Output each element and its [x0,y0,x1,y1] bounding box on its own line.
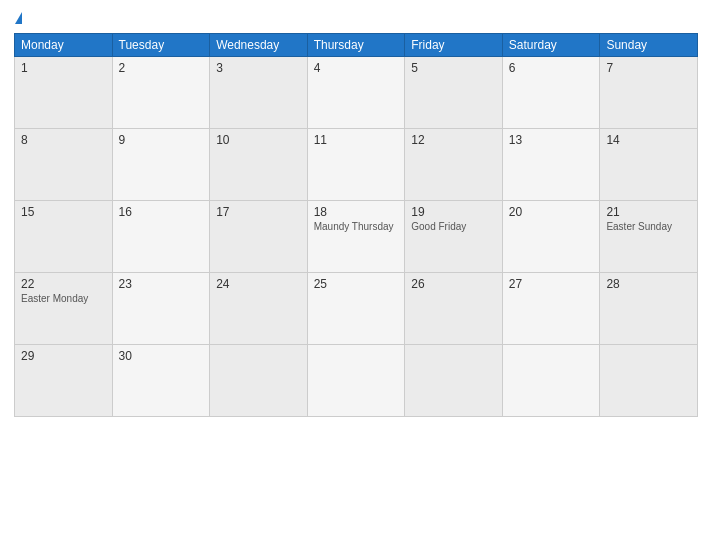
day-number: 28 [606,277,691,291]
day-number: 7 [606,61,691,75]
calendar-day-cell [307,345,405,417]
calendar-day-cell: 26 [405,273,503,345]
calendar-day-cell: 5 [405,57,503,129]
page: MondayTuesdayWednesdayThursdayFridaySatu… [0,0,712,550]
day-number: 2 [119,61,204,75]
calendar-day-cell: 11 [307,129,405,201]
calendar-table: MondayTuesdayWednesdayThursdayFridaySatu… [14,33,698,417]
day-number: 30 [119,349,204,363]
day-number: 8 [21,133,106,147]
weekday-header-friday: Friday [405,34,503,57]
calendar-day-cell: 20 [502,201,600,273]
calendar-week-2: 891011121314 [15,129,698,201]
day-number: 16 [119,205,204,219]
day-number: 27 [509,277,594,291]
calendar-day-cell [600,345,698,417]
weekday-header-row: MondayTuesdayWednesdayThursdayFridaySatu… [15,34,698,57]
day-number: 4 [314,61,399,75]
day-number: 15 [21,205,106,219]
weekday-header-monday: Monday [15,34,113,57]
day-number: 3 [216,61,301,75]
calendar-day-cell: 13 [502,129,600,201]
calendar-day-cell: 30 [112,345,210,417]
weekday-header-tuesday: Tuesday [112,34,210,57]
calendar-day-cell: 22Easter Monday [15,273,113,345]
calendar-day-cell [502,345,600,417]
event-label: Good Friday [411,221,496,232]
day-number: 10 [216,133,301,147]
weekday-header-sunday: Sunday [600,34,698,57]
day-number: 12 [411,133,496,147]
day-number: 18 [314,205,399,219]
calendar-day-cell: 15 [15,201,113,273]
day-number: 6 [509,61,594,75]
calendar-day-cell: 1 [15,57,113,129]
day-number: 25 [314,277,399,291]
calendar-day-cell: 10 [210,129,308,201]
day-number: 9 [119,133,204,147]
calendar-week-1: 1234567 [15,57,698,129]
event-label: Maundy Thursday [314,221,399,232]
calendar-week-3: 15161718Maundy Thursday19Good Friday2021… [15,201,698,273]
calendar-day-cell: 8 [15,129,113,201]
calendar-day-cell: 14 [600,129,698,201]
weekday-header-thursday: Thursday [307,34,405,57]
calendar-day-cell: 18Maundy Thursday [307,201,405,273]
calendar-day-cell: 4 [307,57,405,129]
calendar-day-cell: 28 [600,273,698,345]
calendar-day-cell: 2 [112,57,210,129]
event-label: Easter Monday [21,293,106,304]
header [14,10,698,25]
day-number: 21 [606,205,691,219]
logo-triangle-icon [15,12,22,24]
day-number: 1 [21,61,106,75]
calendar-week-5: 2930 [15,345,698,417]
calendar-day-cell [210,345,308,417]
day-number: 19 [411,205,496,219]
logo [14,10,22,25]
day-number: 5 [411,61,496,75]
calendar-day-cell: 17 [210,201,308,273]
calendar-day-cell: 6 [502,57,600,129]
calendar-day-cell: 7 [600,57,698,129]
day-number: 22 [21,277,106,291]
calendar-day-cell: 19Good Friday [405,201,503,273]
calendar-week-4: 22Easter Monday232425262728 [15,273,698,345]
day-number: 29 [21,349,106,363]
calendar-day-cell: 24 [210,273,308,345]
day-number: 14 [606,133,691,147]
day-number: 23 [119,277,204,291]
calendar-day-cell: 25 [307,273,405,345]
calendar-day-cell: 3 [210,57,308,129]
calendar-day-cell: 9 [112,129,210,201]
weekday-header-wednesday: Wednesday [210,34,308,57]
day-number: 13 [509,133,594,147]
event-label: Easter Sunday [606,221,691,232]
day-number: 20 [509,205,594,219]
calendar-day-cell [405,345,503,417]
day-number: 17 [216,205,301,219]
calendar-day-cell: 23 [112,273,210,345]
calendar-day-cell: 16 [112,201,210,273]
calendar-day-cell: 12 [405,129,503,201]
calendar-day-cell: 27 [502,273,600,345]
day-number: 26 [411,277,496,291]
weekday-header-saturday: Saturday [502,34,600,57]
calendar-day-cell: 21Easter Sunday [600,201,698,273]
day-number: 24 [216,277,301,291]
day-number: 11 [314,133,399,147]
calendar-day-cell: 29 [15,345,113,417]
